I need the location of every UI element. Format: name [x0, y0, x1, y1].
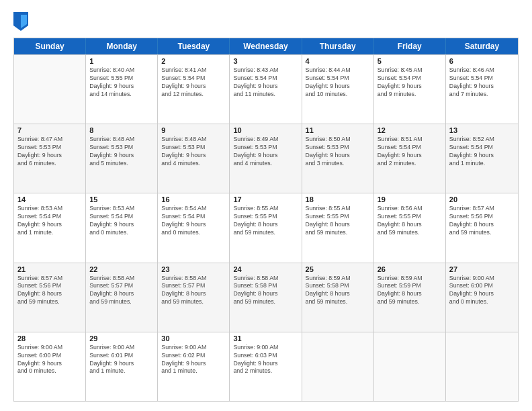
- day-number: 3: [233, 57, 298, 65]
- calendar-cell: 27Sunrise: 9:00 AM Sunset: 6:00 PM Dayli…: [446, 263, 518, 332]
- calendar-cell: 5Sunrise: 8:45 AM Sunset: 5:54 PM Daylig…: [374, 55, 446, 124]
- day-info: Sunrise: 8:43 AM Sunset: 5:54 PM Dayligh…: [233, 66, 298, 99]
- day-number: 1: [89, 57, 154, 65]
- calendar-cell: 28Sunrise: 9:00 AM Sunset: 6:00 PM Dayli…: [14, 332, 86, 401]
- day-info: Sunrise: 9:00 AM Sunset: 6:00 PM Dayligh…: [17, 344, 82, 376]
- calendar-cell: 11Sunrise: 8:50 AM Sunset: 5:53 PM Dayli…: [302, 124, 374, 193]
- header-day-thursday: Thursday: [302, 38, 374, 54]
- day-info: Sunrise: 8:58 AM Sunset: 5:58 PM Dayligh…: [233, 275, 298, 307]
- header-day-friday: Friday: [374, 38, 446, 54]
- calendar-cell: 9Sunrise: 8:48 AM Sunset: 5:53 PM Daylig…: [158, 124, 230, 193]
- day-number: 23: [161, 265, 226, 273]
- day-number: 5: [378, 57, 442, 65]
- calendar-row-0: 1Sunrise: 8:40 AM Sunset: 5:55 PM Daylig…: [14, 54, 518, 124]
- calendar-cell: 31Sunrise: 9:00 AM Sunset: 6:03 PM Dayli…: [230, 332, 302, 401]
- calendar-cell: 24Sunrise: 8:58 AM Sunset: 5:58 PM Dayli…: [230, 263, 302, 332]
- day-number: 18: [306, 195, 370, 203]
- day-number: 13: [449, 126, 515, 134]
- calendar-cell: 8Sunrise: 8:48 AM Sunset: 5:53 PM Daylig…: [86, 124, 158, 193]
- logo-icon: [13, 12, 28, 31]
- day-number: 31: [233, 334, 298, 342]
- day-info: Sunrise: 8:51 AM Sunset: 5:54 PM Dayligh…: [378, 136, 442, 168]
- calendar-cell: 29Sunrise: 9:00 AM Sunset: 6:01 PM Dayli…: [86, 332, 158, 401]
- page: SundayMondayTuesdayWednesdayThursdayFrid…: [0, 0, 532, 411]
- day-number: 6: [449, 57, 515, 65]
- day-info: Sunrise: 8:53 AM Sunset: 5:54 PM Dayligh…: [89, 205, 154, 237]
- calendar-cell: 30Sunrise: 9:00 AM Sunset: 6:02 PM Dayli…: [158, 332, 230, 401]
- day-info: Sunrise: 8:59 AM Sunset: 5:58 PM Dayligh…: [306, 275, 370, 307]
- calendar-cell: 25Sunrise: 8:59 AM Sunset: 5:58 PM Dayli…: [302, 263, 374, 332]
- day-info: Sunrise: 8:58 AM Sunset: 5:57 PM Dayligh…: [161, 275, 226, 307]
- day-info: Sunrise: 8:40 AM Sunset: 5:55 PM Dayligh…: [89, 66, 154, 99]
- calendar-cell: 19Sunrise: 8:56 AM Sunset: 5:55 PM Dayli…: [374, 193, 446, 262]
- calendar-cell: 18Sunrise: 8:55 AM Sunset: 5:55 PM Dayli…: [302, 193, 374, 262]
- calendar-cell: [446, 332, 518, 401]
- day-info: Sunrise: 8:47 AM Sunset: 5:53 PM Dayligh…: [17, 136, 82, 168]
- day-info: Sunrise: 9:00 AM Sunset: 6:00 PM Dayligh…: [449, 275, 515, 307]
- day-number: 20: [449, 195, 515, 203]
- day-info: Sunrise: 8:56 AM Sunset: 5:55 PM Dayligh…: [378, 205, 442, 237]
- day-number: 19: [378, 195, 442, 203]
- calendar-cell: 15Sunrise: 8:53 AM Sunset: 5:54 PM Dayli…: [86, 193, 158, 262]
- calendar-header: SundayMondayTuesdayWednesdayThursdayFrid…: [14, 38, 518, 54]
- day-info: Sunrise: 9:00 AM Sunset: 6:02 PM Dayligh…: [161, 344, 226, 376]
- calendar-cell: 16Sunrise: 8:54 AM Sunset: 5:54 PM Dayli…: [158, 193, 230, 262]
- day-number: 21: [17, 265, 82, 273]
- calendar-cell: 13Sunrise: 8:52 AM Sunset: 5:54 PM Dayli…: [446, 124, 518, 193]
- day-info: Sunrise: 8:59 AM Sunset: 5:59 PM Dayligh…: [378, 275, 442, 307]
- calendar-cell: 6Sunrise: 8:46 AM Sunset: 5:54 PM Daylig…: [446, 55, 518, 124]
- day-number: 10: [233, 126, 298, 134]
- header-day-sunday: Sunday: [14, 38, 86, 54]
- calendar-cell: 1Sunrise: 8:40 AM Sunset: 5:55 PM Daylig…: [86, 55, 158, 124]
- day-number: 28: [17, 334, 82, 342]
- day-number: 30: [161, 334, 226, 342]
- calendar-cell: [14, 55, 86, 124]
- day-info: Sunrise: 8:55 AM Sunset: 5:55 PM Dayligh…: [233, 205, 298, 237]
- header-day-wednesday: Wednesday: [230, 38, 302, 54]
- day-info: Sunrise: 8:49 AM Sunset: 5:53 PM Dayligh…: [233, 136, 298, 168]
- calendar-cell: [374, 332, 446, 401]
- day-info: Sunrise: 8:58 AM Sunset: 5:57 PM Dayligh…: [89, 275, 154, 307]
- calendar-row-2: 14Sunrise: 8:53 AM Sunset: 5:54 PM Dayli…: [14, 193, 518, 262]
- day-number: 15: [89, 195, 154, 203]
- day-info: Sunrise: 8:57 AM Sunset: 5:56 PM Dayligh…: [449, 205, 515, 237]
- calendar-cell: 4Sunrise: 8:44 AM Sunset: 5:54 PM Daylig…: [302, 55, 374, 124]
- calendar-cell: 14Sunrise: 8:53 AM Sunset: 5:54 PM Dayli…: [14, 193, 86, 262]
- calendar-cell: 23Sunrise: 8:58 AM Sunset: 5:57 PM Dayli…: [158, 263, 230, 332]
- day-info: Sunrise: 8:52 AM Sunset: 5:54 PM Dayligh…: [449, 136, 515, 168]
- calendar-row-3: 21Sunrise: 8:57 AM Sunset: 5:56 PM Dayli…: [14, 263, 518, 332]
- day-info: Sunrise: 8:53 AM Sunset: 5:54 PM Dayligh…: [17, 205, 82, 237]
- day-info: Sunrise: 8:50 AM Sunset: 5:53 PM Dayligh…: [306, 136, 370, 168]
- day-number: 29: [89, 334, 154, 342]
- day-number: 11: [306, 126, 370, 134]
- day-info: Sunrise: 8:46 AM Sunset: 5:54 PM Dayligh…: [449, 66, 515, 99]
- day-number: 12: [378, 126, 442, 134]
- day-number: 26: [378, 265, 442, 273]
- logo: [13, 12, 31, 31]
- calendar-body: 1Sunrise: 8:40 AM Sunset: 5:55 PM Daylig…: [14, 54, 518, 401]
- day-number: 25: [306, 265, 370, 273]
- day-number: 9: [161, 126, 226, 134]
- calendar-cell: 2Sunrise: 8:41 AM Sunset: 5:54 PM Daylig…: [158, 55, 230, 124]
- calendar-cell: 20Sunrise: 8:57 AM Sunset: 5:56 PM Dayli…: [446, 193, 518, 262]
- calendar-row-4: 28Sunrise: 9:00 AM Sunset: 6:00 PM Dayli…: [14, 332, 518, 401]
- day-info: Sunrise: 8:54 AM Sunset: 5:54 PM Dayligh…: [161, 205, 226, 237]
- calendar-cell: 7Sunrise: 8:47 AM Sunset: 5:53 PM Daylig…: [14, 124, 86, 193]
- calendar-cell: 26Sunrise: 8:59 AM Sunset: 5:59 PM Dayli…: [374, 263, 446, 332]
- day-info: Sunrise: 8:44 AM Sunset: 5:54 PM Dayligh…: [306, 66, 370, 99]
- calendar-cell: 17Sunrise: 8:55 AM Sunset: 5:55 PM Dayli…: [230, 193, 302, 262]
- day-info: Sunrise: 8:41 AM Sunset: 5:54 PM Dayligh…: [161, 66, 226, 99]
- day-number: 22: [89, 265, 154, 273]
- calendar-cell: 21Sunrise: 8:57 AM Sunset: 5:56 PM Dayli…: [14, 263, 86, 332]
- day-number: 16: [161, 195, 226, 203]
- header-day-saturday: Saturday: [446, 38, 518, 54]
- day-number: 2: [161, 57, 226, 65]
- calendar-cell: 3Sunrise: 8:43 AM Sunset: 5:54 PM Daylig…: [230, 55, 302, 124]
- day-info: Sunrise: 8:48 AM Sunset: 5:53 PM Dayligh…: [89, 136, 154, 168]
- calendar-cell: 12Sunrise: 8:51 AM Sunset: 5:54 PM Dayli…: [374, 124, 446, 193]
- calendar-row-1: 7Sunrise: 8:47 AM Sunset: 5:53 PM Daylig…: [14, 124, 518, 193]
- day-number: 14: [17, 195, 82, 203]
- day-info: Sunrise: 8:55 AM Sunset: 5:55 PM Dayligh…: [306, 205, 370, 237]
- day-info: Sunrise: 9:00 AM Sunset: 6:01 PM Dayligh…: [89, 344, 154, 376]
- day-number: 4: [306, 57, 370, 65]
